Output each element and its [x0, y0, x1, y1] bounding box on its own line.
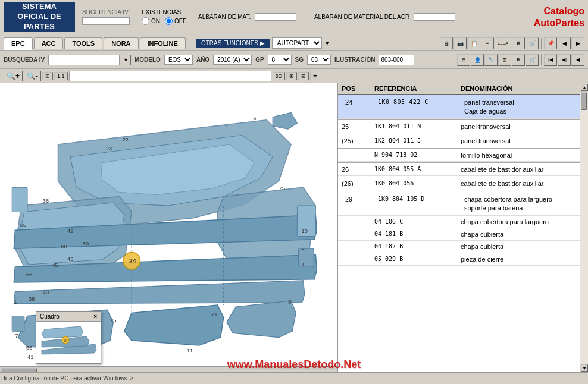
sg-select[interactable]: 03 — [307, 55, 331, 65]
separator-2 — [541, 54, 542, 65]
logo-text: SISTEMA OFICIAL DE PARTES — [17, 2, 61, 32]
row-denom: panel transversal — [464, 99, 573, 106]
parts-row[interactable]: 04 182 B chapa cubierta — [338, 241, 580, 253]
otras-funciones-area: OTRAS FUNCIONES ▶ AUTOPART ▼ — [196, 37, 330, 49]
diagram-panel[interactable]: 6 5 36 23 22 65 42 75 56 45 43 60 80 7 3… — [0, 83, 338, 372]
svg-text:40: 40 — [43, 289, 49, 295]
svg-text:38: 38 — [29, 296, 35, 302]
row-separator — [338, 119, 580, 120]
parts-panel: POS REFERENCIA DENOMINACIÓN 24 1K0 805 4… — [338, 83, 588, 372]
parts-list[interactable]: 24 1K0 805 422 C panel transversal Caja … — [338, 95, 580, 372]
grid-icon[interactable]: ⊞ — [457, 54, 470, 66]
on-radio-label[interactable]: ON — [142, 17, 160, 25]
3d-btn[interactable]: 3D — [273, 72, 286, 80]
h-scroll-thumb[interactable] — [1, 368, 37, 373]
gp-select[interactable]: 8 — [268, 55, 292, 65]
person-icon[interactable]: 👤 — [471, 54, 484, 66]
tab-epc[interactable]: EPC — [4, 37, 33, 50]
busqueda-label: BÚSQUEDA IV — [4, 56, 45, 63]
zoom-in-btn[interactable]: 🔍+ — [4, 71, 23, 81]
busqueda-dropdown-btn[interactable]: ▼ — [121, 55, 131, 65]
off-radio[interactable] — [165, 17, 173, 25]
elsa-icon[interactable]: ELSA — [495, 37, 511, 49]
parts-row[interactable]: 04 106 C chapa cobertora para larguero — [338, 216, 580, 228]
toolbar-icons: 🖨 📷 📋 ≡ ELSA 🖥 🛒 📌 ◀ ▶ — [440, 37, 584, 49]
prev-page-icon[interactable]: ◀| — [558, 54, 571, 66]
pin-icon[interactable]: 📌 — [544, 37, 557, 49]
zoom-out-btn[interactable]: 🔍- — [24, 71, 41, 81]
albaran-acr-input[interactable] — [414, 13, 455, 21]
tab-nora[interactable]: NORA — [104, 37, 138, 49]
on-radio[interactable] — [142, 17, 149, 25]
svg-text:71: 71 — [211, 311, 217, 317]
last-page-icon[interactable]: ◀ — [571, 54, 584, 66]
list-icon[interactable]: ≡ — [481, 37, 494, 49]
first-page-icon[interactable]: |◀ — [544, 54, 557, 66]
ilustracion-label: ILUSTRACIÓN — [334, 56, 375, 63]
col-pos: POS — [342, 85, 374, 92]
next-icon[interactable]: ▶ — [571, 37, 584, 49]
ano-select[interactable]: 2010 (A) — [213, 55, 252, 65]
toolbar-row-1: 🖨 📷 📋 ≡ ELSA 🖥 🛒 📌 ◀ ▶ — [440, 37, 584, 49]
svg-text:1: 1 — [14, 299, 17, 305]
parts-row[interactable]: 04 181 B chapa cubierta — [338, 228, 580, 241]
parts-row[interactable]: 25 1K1 804 011 N panel transversal — [338, 121, 580, 133]
parts-row[interactable]: - N 904 718 02 tornillo hexagonal — [338, 149, 580, 162]
svg-text:60: 60 — [61, 244, 67, 250]
sugerencia-input[interactable] — [82, 17, 130, 25]
svg-text:11: 11 — [187, 348, 193, 354]
busqueda-input[interactable] — [48, 55, 120, 65]
tab-acc[interactable]: ACC — [34, 37, 64, 49]
row-separator — [338, 177, 580, 177]
parts-scrollbar[interactable]: ▲ ▼ — [580, 83, 588, 372]
search-input[interactable] — [69, 71, 271, 81]
prev-icon[interactable]: ◀ — [558, 37, 571, 49]
actual-size-btn[interactable]: 1:1 — [54, 72, 68, 80]
tab-infoline[interactable]: INFOLINE — [140, 37, 186, 49]
parts-row[interactable]: 05 029 B pieza de cierre — [338, 253, 580, 266]
row-separator — [338, 191, 580, 191]
parts-header: POS REFERENCIA DENOMINACIÓN — [338, 83, 580, 95]
ano-label: AÑO — [196, 56, 209, 63]
parts-row[interactable]: 29 1K0 804 105 D chapa cobertora para la… — [338, 192, 580, 216]
parts-row[interactable]: 26 1K0 804 055 A caballete de bastidor a… — [338, 163, 580, 176]
svg-text:42: 42 — [67, 228, 73, 234]
albaran-acr-label: ALBARÁN DE MATERIAL DEL ACR — [314, 14, 409, 20]
off-radio-label[interactable]: OFF — [165, 17, 186, 25]
autopart-select[interactable]: AUTOPART — [272, 37, 322, 49]
cart-icon[interactable]: 🛒 — [526, 37, 539, 49]
ilustracion-input[interactable] — [379, 55, 414, 65]
bike-icon[interactable]: 🔧 — [484, 54, 498, 66]
svg-text:56: 56 — [26, 345, 32, 351]
collapse-btn[interactable]: ⊟ — [298, 72, 309, 80]
copy-icon[interactable]: 📋 — [467, 37, 480, 49]
modelo-select[interactable]: EOS — [164, 55, 193, 65]
scroll-track[interactable] — [580, 92, 588, 364]
scroll-thumb[interactable] — [581, 92, 587, 110]
gp-field: 8 — [268, 55, 292, 65]
parts-row[interactable]: 24 1K0 805 422 C panel transversal Caja … — [338, 95, 580, 119]
scroll-down-btn[interactable]: ▼ — [581, 364, 588, 372]
monitor-icon[interactable]: 🖥 — [512, 54, 525, 66]
pc-icon[interactable]: 🖥 — [512, 37, 525, 49]
otras-funciones-button[interactable]: OTRAS FUNCIONES ▶ — [196, 39, 270, 48]
diagram-scrollbar-h[interactable] — [0, 366, 337, 372]
albaran-area: ALBARÁN DE MAT. ALBARÁN DE MATERIAL DEL … — [198, 13, 534, 21]
expand-btn[interactable]: ⊞ — [286, 72, 297, 80]
cart2-icon[interactable]: 🛒 — [526, 54, 539, 66]
add-btn[interactable]: + — [310, 71, 320, 81]
status-arrow: > — [130, 375, 133, 382]
camera-icon[interactable]: 📷 — [453, 37, 467, 49]
fit-btn[interactable]: ⊡ — [42, 72, 53, 80]
col-referencia: REFERENCIA — [374, 85, 461, 92]
row-separator — [338, 148, 580, 149]
parts-row[interactable]: (25) 1K2 804 011 J panel transversal — [338, 135, 580, 147]
scroll-up-btn[interactable]: ▲ — [581, 84, 588, 91]
catalogo-text: Catalogo AutoPartes — [534, 6, 584, 27]
settings-icon[interactable]: ⚙ — [498, 54, 511, 66]
parts-row[interactable]: (26) 1K0 804 056 caballete de bastidor a… — [338, 178, 580, 190]
tab-tools[interactable]: TOOLS — [64, 37, 102, 49]
albaran-input[interactable] — [255, 13, 296, 21]
cuadro-image: 24 — [36, 322, 101, 363]
print-icon[interactable]: 🖨 — [440, 37, 453, 49]
